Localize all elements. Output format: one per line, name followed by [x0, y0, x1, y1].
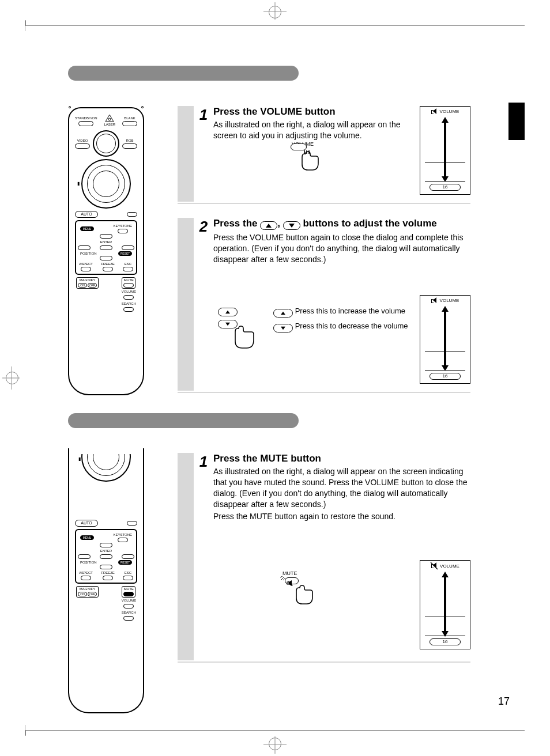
label-enter: ENTER — [100, 240, 112, 244]
magnify-off-button: OFF — [88, 283, 97, 288]
step-number: 1 — [194, 106, 213, 124]
label-mute: MUTE — [124, 587, 134, 591]
svg-line-6 — [283, 578, 285, 580]
label-freeze: FREEZE — [101, 262, 115, 266]
label-standby: STANDBY/ON — [75, 116, 97, 120]
reset-button: RESET — [118, 560, 132, 565]
esc-button — [123, 267, 133, 271]
volume-label: VOLUME — [440, 109, 459, 114]
svg-point-1 — [108, 118, 111, 120]
menu-button: MENU — [80, 535, 94, 540]
press-volume-hand-icon — [288, 142, 323, 175]
label-esc: ESC — [125, 571, 131, 575]
step-title: Press the , buttons to adjust the volume — [213, 218, 470, 230]
search-button — [123, 307, 134, 312]
section-heading-bar — [68, 413, 299, 428]
speaker-icon — [431, 297, 438, 304]
label-rgb: RGB — [126, 139, 133, 143]
label-aspect: ASPECT — [79, 571, 93, 575]
volume-value: 16 — [430, 373, 461, 380]
label-esc: ESC — [125, 262, 131, 266]
speaker-muted-icon — [431, 562, 438, 569]
divider — [178, 662, 470, 663]
volume-label: VOLUME — [440, 564, 459, 569]
press-up-down-hand-icon — [218, 308, 259, 354]
mute-group: MUTE — [122, 277, 135, 289]
crop-mark — [6, 372, 18, 384]
magnify-group: MAGNIFY ON OFF — [76, 586, 99, 598]
label-enter: ENTER — [100, 549, 112, 553]
volume-value: 16 — [430, 184, 461, 191]
search-button — [123, 616, 134, 621]
crop-mark — [269, 6, 281, 18]
volume-label: VOLUME — [440, 298, 459, 303]
label-volume: VOLUME — [122, 599, 136, 603]
right-button — [122, 245, 134, 250]
step-text: As illustrated on the right, a dialog wi… — [213, 466, 470, 510]
step-text: Press the VOLUME button again to close t… — [213, 232, 470, 265]
magnify-off-button: OFF — [88, 592, 97, 596]
right-button — [122, 554, 134, 559]
svg-line-7 — [280, 576, 282, 577]
auto-button: AUTO — [75, 520, 98, 527]
volume-button — [123, 295, 134, 300]
left-button — [78, 245, 91, 250]
up-pill-icon — [273, 309, 293, 317]
left-button — [78, 554, 91, 559]
aspect-button — [81, 576, 91, 580]
press-mute-hand-icon: MUTE — [282, 576, 317, 608]
volume-dialog-muted: VOLUME 16 — [420, 560, 470, 649]
speaker-icon — [431, 108, 438, 115]
pointer-disc — [81, 159, 131, 209]
pointer-disc — [81, 454, 131, 482]
right-click-button — [127, 212, 137, 217]
divider — [178, 203, 470, 204]
svg-line-8 — [431, 562, 438, 569]
label-laser: LASER — [104, 123, 115, 127]
label-position: POSITION — [80, 252, 97, 256]
page-tab-marker — [508, 103, 525, 140]
label-search: SEARCH — [122, 611, 136, 615]
magnify-group: MAGNIFY ON OFF — [76, 277, 99, 289]
freeze-button — [103, 576, 113, 580]
crop-mark — [269, 738, 281, 750]
rgb-button — [122, 143, 137, 149]
section-heading-bar — [68, 66, 299, 81]
nav-panel: MENU KEYSTONE ENTER POSITION RESET ASPEC… — [75, 529, 137, 584]
enter-button — [100, 245, 112, 250]
down-pill-icon — [283, 221, 300, 230]
decrease-legend: Press this to decrease the volume — [273, 322, 408, 332]
label-blank: BLANK — [124, 116, 135, 120]
svg-line-5 — [281, 577, 284, 580]
label-search: SEARCH — [122, 302, 136, 306]
label-freeze: FREEZE — [101, 571, 115, 575]
aspect-button — [81, 267, 91, 271]
magnify-on-button: ON — [78, 283, 87, 288]
volume-button — [123, 604, 134, 608]
step-number: 1 — [194, 453, 213, 471]
volume-value: 16 — [430, 638, 461, 645]
step-title: Press the MUTE button — [213, 453, 470, 464]
auto-button: AUTO — [75, 211, 98, 218]
label-keystone: KEYSTONE — [113, 533, 132, 537]
esc-button — [123, 576, 133, 580]
laser-led-icon — [105, 114, 114, 122]
down-button — [100, 256, 112, 260]
label-mute: MUTE — [124, 278, 134, 282]
remote-control-diagram: STANDBY/ON LASER BLANK VIDEO RGB ▮ AUTO … — [68, 107, 144, 395]
standby-button — [78, 121, 93, 126]
magnify-on-button: ON — [78, 592, 87, 596]
up-button — [100, 234, 112, 239]
label-volume: VOLUME — [122, 290, 136, 294]
remote-control-diagram: ▮ AUTO MENU KEYSTONE ENTER POSITION RESE… — [68, 448, 144, 713]
label-position: POSITION — [80, 561, 97, 565]
mouse-icon: ▮ — [78, 456, 81, 462]
reset-button: RESET — [118, 251, 132, 256]
label-magnify: MAGNIFY — [80, 278, 95, 282]
mute-group: MUTE — [122, 586, 135, 598]
step-text: As illustrated on the right, a dialog wi… — [213, 119, 415, 141]
video-button — [75, 143, 90, 149]
keystone-button — [118, 229, 128, 233]
up-pill-icon — [260, 221, 277, 230]
step-number: 2 — [194, 218, 213, 236]
